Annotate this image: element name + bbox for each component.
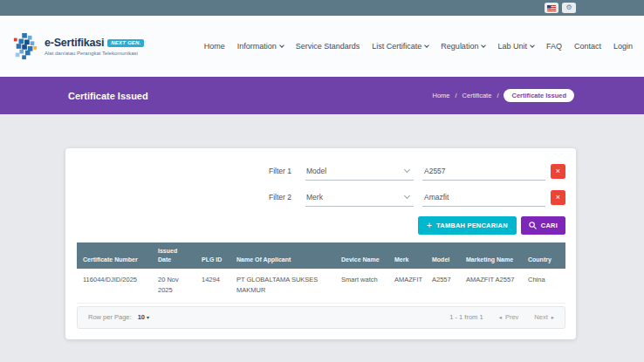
search-icon xyxy=(529,222,537,229)
breadcrumb-certificate[interactable]: Certificate xyxy=(462,92,492,99)
nav-label: Information xyxy=(237,42,277,51)
nav-label: FAQ xyxy=(546,42,562,51)
nav-label: Home xyxy=(204,42,225,51)
search-results-card: Filter 1 Model × Filter 2 Merk × xyxy=(65,148,576,339)
cell-country: China xyxy=(522,269,565,303)
site-header: e-Sertifikasi NEXT GEN. Alat dan/atau Pe… xyxy=(0,16,644,77)
brand-title: e-Sertifikasi xyxy=(45,37,104,49)
filter-2-field-value: Merk xyxy=(306,193,323,201)
brand-text: e-Sertifikasi NEXT GEN. Alat dan/atau Pe… xyxy=(45,37,144,56)
next-page-button[interactable]: Next ▸ xyxy=(534,313,554,321)
cell-model: A2557 xyxy=(426,269,460,303)
col-marketing-name: Marketing Name xyxy=(460,242,522,269)
pagination-controls: 1 - 1 from 1 ◂ Prev Next ▸ xyxy=(449,313,554,321)
page-banner: Certificate Issued Home / Certificate / … xyxy=(0,77,644,114)
col-certificate-number: Certificate Number xyxy=(77,242,152,269)
filter-row-2: Filter 2 Merk × xyxy=(77,184,565,210)
col-name-of-applicant: Name Of Applicant xyxy=(230,242,335,269)
nav-label: List Certificate xyxy=(372,42,421,51)
prev-page-button[interactable]: ◂ Prev xyxy=(499,313,519,321)
nav-label: Lab Unit xyxy=(497,42,527,51)
nav-label: Login xyxy=(613,42,633,51)
rows-per-page-label: Row per Page: xyxy=(88,313,132,321)
close-icon: × xyxy=(556,194,560,201)
page: ⚙ e-Sertifikas xyxy=(0,0,644,362)
cell-plg-id: 14294 xyxy=(195,269,230,303)
next-arrow-icon: ▸ xyxy=(552,314,554,321)
rows-per-page: Row per Page: 10 ▾ xyxy=(88,313,149,321)
rows-per-page-value: 10 xyxy=(138,313,145,321)
col-plg-id: PLG ID xyxy=(195,242,230,269)
brand-subtitle: Alat dan/atau Perangkat Telekomunikasi xyxy=(45,51,144,56)
topbar: ⚙ xyxy=(0,0,644,16)
nav-label: Service Standards xyxy=(296,42,360,51)
breadcrumb: Home / Certificate / Certificate Issued xyxy=(433,89,575,102)
filter-1-remove-button[interactable]: × xyxy=(551,164,565,179)
main-nav: Home Information Service Standards List … xyxy=(204,42,633,51)
caret-down-icon: ▾ xyxy=(147,314,149,320)
nav-item-list-certificate[interactable]: List Certificate xyxy=(372,42,428,51)
nav-item-faq[interactable]: FAQ xyxy=(546,42,562,51)
nav-item-regulation[interactable]: Regulation xyxy=(441,42,485,51)
filter-1-field-select[interactable]: Model xyxy=(305,161,414,181)
col-model: Model xyxy=(426,242,460,269)
pagination-range: 1 - 1 from 1 xyxy=(449,313,483,321)
table-header-row: Certificate Number Issued Date PLG ID Na… xyxy=(77,242,565,269)
breadcrumb-current: Certificate Issued xyxy=(504,89,574,102)
add-filter-button[interactable]: + TAMBAH PENCARIAN xyxy=(418,216,517,235)
nav-item-contact[interactable]: Contact xyxy=(574,42,601,51)
chevron-down-icon xyxy=(404,167,410,173)
content-area: Filter 1 Model × Filter 2 Merk × xyxy=(0,114,644,362)
col-country: Country xyxy=(522,242,565,269)
col-device-name: Device Name xyxy=(335,242,388,269)
plus-icon: + xyxy=(427,221,432,230)
cell-device-name: Smart watch xyxy=(335,269,388,303)
filter-2-value-input[interactable] xyxy=(422,188,545,207)
prev-label: Prev xyxy=(505,313,518,321)
gear-icon: ⚙ xyxy=(565,4,572,11)
certificates-table: Certificate Number Issued Date PLG ID Na… xyxy=(77,242,565,304)
col-merk: Merk xyxy=(388,242,426,269)
cell-certificate-number: 116044/DJID/2025 xyxy=(77,269,152,303)
nav-label: Regulation xyxy=(441,42,478,51)
nav-item-login[interactable]: Login xyxy=(613,42,633,51)
cell-marketing-name: AMAZFIT A2557 xyxy=(460,269,522,303)
filter-actions: + TAMBAH PENCARIAN CARI xyxy=(77,216,565,235)
brand-logo[interactable]: e-Sertifikasi NEXT GEN. Alat dan/atau Pe… xyxy=(12,32,144,60)
filter-2-label: Filter 2 xyxy=(77,193,305,201)
col-issued-date: Issued Date xyxy=(152,242,195,269)
nav-item-lab-unit[interactable]: Lab Unit xyxy=(497,42,534,51)
filter-row-1: Filter 1 Model × xyxy=(77,158,565,184)
chevron-down-icon xyxy=(404,193,410,199)
search-button-label: CARI xyxy=(541,222,558,229)
close-icon: × xyxy=(556,167,560,175)
breadcrumb-separator: / xyxy=(456,92,457,99)
language-flag-button[interactable] xyxy=(545,3,558,13)
prev-arrow-icon: ◂ xyxy=(499,314,502,321)
next-label: Next xyxy=(534,313,547,321)
pagination-bar: Row per Page: 10 ▾ 1 - 1 from 1 ◂ Prev N… xyxy=(77,306,565,329)
brand-logo-icon xyxy=(12,32,38,60)
rows-per-page-select[interactable]: 10 ▾ xyxy=(138,313,149,321)
chevron-down-icon xyxy=(425,43,430,48)
table-row[interactable]: 116044/DJID/2025 20 Nov 2025 14294 PT GL… xyxy=(77,269,565,303)
chevron-down-icon xyxy=(279,43,284,48)
nav-item-service-standards[interactable]: Service Standards xyxy=(296,42,360,51)
cell-name-of-applicant: PT GLOBALTAMA SUKSES MAKMUR xyxy=(230,269,335,303)
cell-merk: AMAZFIT xyxy=(388,269,426,303)
filter-1-value-input[interactable] xyxy=(422,161,545,181)
breadcrumb-separator: / xyxy=(497,92,498,99)
filter-1-label: Filter 1 xyxy=(77,167,305,175)
chevron-down-icon xyxy=(482,43,487,48)
filter-2-field-select[interactable]: Merk xyxy=(305,188,414,207)
chevron-down-icon xyxy=(530,43,535,48)
add-filter-label: TAMBAH PENCARIAN xyxy=(436,222,508,229)
nav-item-information[interactable]: Information xyxy=(237,42,284,51)
filter-1-field-value: Model xyxy=(306,167,326,175)
page-title: Certificate Issued xyxy=(68,91,148,101)
nav-item-home[interactable]: Home xyxy=(204,42,225,51)
breadcrumb-home[interactable]: Home xyxy=(433,92,450,99)
search-button[interactable]: CARI xyxy=(521,216,565,235)
filter-2-remove-button[interactable]: × xyxy=(551,190,565,205)
settings-button[interactable]: ⚙ xyxy=(562,3,576,13)
